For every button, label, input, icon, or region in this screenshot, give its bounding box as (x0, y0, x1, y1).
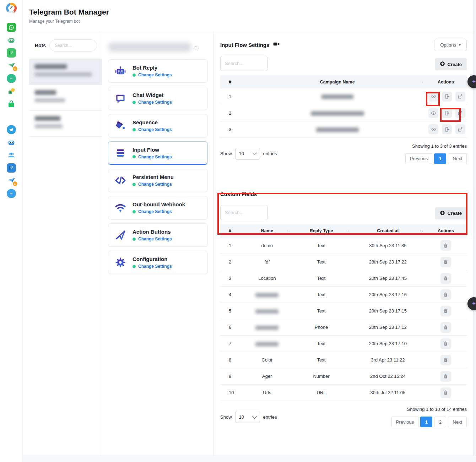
delete-button[interactable] (440, 306, 451, 316)
pagination: Previous 1 Next (405, 153, 467, 164)
sort-icon[interactable]: ↑↓ (346, 229, 349, 233)
view-button[interactable] (428, 108, 438, 118)
sort-icon[interactable]: ↑↓ (420, 80, 423, 83)
column-header-campaign[interactable]: Campaign Name↑↓ (250, 75, 425, 88)
menu-card-label: Configuration (132, 256, 172, 262)
menu-card-persistent-menu[interactable]: Persistent Menu Change Settings (108, 169, 208, 192)
redacted-field-name (255, 342, 278, 346)
column-header-reply-type[interactable]: Reply Type↑↓ (292, 224, 351, 238)
bot-list-item-selected[interactable] (29, 59, 102, 85)
edit-button[interactable] (455, 92, 465, 102)
change-settings-link[interactable]: Change Settings (138, 154, 172, 159)
export-button[interactable] (442, 92, 452, 102)
field-row: 4 Text 20th Sep 23 17:16 (220, 287, 467, 303)
bars-icon (113, 147, 128, 159)
menu-card-input-flow-selected[interactable]: Input Flow Change Settings (108, 141, 208, 165)
menu-card-bot-reply[interactable]: Bot Reply Change Settings (108, 59, 208, 83)
redacted-field-name (255, 309, 278, 314)
delete-button[interactable] (440, 338, 451, 349)
fields-create-button[interactable]: Create (435, 207, 467, 219)
page-subtitle: Manage your Telegram bot (29, 19, 109, 24)
field-name: Color (242, 352, 292, 368)
change-settings-link[interactable]: Change Settings (138, 127, 172, 132)
chat-blue-icon[interactable] (7, 189, 16, 198)
sort-icon[interactable]: ↑↓ (287, 229, 290, 233)
team-blue-icon[interactable] (7, 151, 16, 160)
menu-card-sequence[interactable]: Sequence Change Settings (108, 114, 208, 137)
chat-green-icon[interactable] (7, 74, 16, 83)
field-name: Location (242, 270, 292, 287)
column-header-num: # (220, 224, 242, 238)
contacts-green-icon[interactable] (7, 48, 16, 58)
video-camera-icon[interactable] (273, 40, 280, 49)
row-number: 5 (220, 303, 242, 319)
edit-button[interactable] (455, 124, 465, 134)
view-button[interactable] (428, 92, 438, 102)
menu-card-chat-widget[interactable]: Chat Widget Change Settings (108, 87, 208, 110)
bots-panel: Bots (29, 32, 102, 456)
edit-button[interactable] (455, 108, 465, 118)
next-page-button[interactable]: Next (448, 153, 467, 164)
delete-button[interactable] (440, 289, 451, 300)
page-1-button[interactable]: 1 (420, 417, 432, 427)
code-icon (113, 174, 128, 186)
delete-button[interactable] (440, 240, 451, 251)
previous-page-button[interactable]: Previous (391, 417, 419, 427)
scrollbar-track[interactable] (473, 0, 476, 462)
next-page-button[interactable]: Next (448, 417, 467, 427)
options-button[interactable]: Options▾ (434, 39, 467, 51)
page-size-select[interactable]: 10 (235, 411, 260, 423)
campaign-blue-icon[interactable]: 1 (7, 176, 16, 185)
field-reply-type: Text (292, 238, 351, 254)
integrations-green-icon[interactable] (7, 87, 16, 96)
change-settings-link[interactable]: Change Settings (138, 264, 172, 269)
redacted-bot-name (35, 90, 56, 95)
delete-button[interactable] (440, 371, 451, 382)
bots-search-input[interactable] (49, 39, 97, 51)
campaign-green-icon[interactable]: 1 (7, 61, 16, 70)
menu-card-label: Persistent Menu (132, 174, 174, 180)
change-settings-link[interactable]: Change Settings (138, 72, 172, 77)
export-button[interactable] (442, 108, 452, 118)
fields-search-input[interactable] (220, 205, 268, 220)
change-settings-link[interactable]: Change Settings (138, 100, 172, 105)
bot-list-item[interactable] (29, 85, 102, 111)
field-row: 6 Phone 20th Sep 23 17:12 (220, 319, 467, 336)
row-number: 4 (220, 287, 242, 303)
show-label: Show (220, 151, 232, 156)
bot-list-item[interactable] (29, 111, 102, 137)
page-size-select[interactable]: 10 (235, 148, 260, 160)
column-header-name[interactable]: Name↑↓ (242, 224, 292, 238)
field-created-at: 30th Jul 22 11:05 (351, 385, 425, 401)
delete-button[interactable] (440, 257, 451, 267)
field-row: 5 Text 20th Sep 23 17:15 (220, 303, 467, 319)
flow-create-button[interactable]: Create (435, 58, 467, 70)
delete-button[interactable] (440, 355, 451, 365)
delete-button[interactable] (440, 273, 451, 284)
speedtest-logo-icon[interactable] (6, 3, 17, 13)
delete-button[interactable] (440, 387, 451, 398)
menu-card-configuration[interactable]: Configuration Change Settings (108, 251, 208, 274)
store-green-icon[interactable] (7, 99, 16, 109)
contacts-blue-icon[interactable] (7, 163, 16, 173)
change-settings-link[interactable]: Change Settings (138, 209, 172, 214)
view-button[interactable] (428, 124, 438, 134)
robot-icon (113, 65, 128, 77)
column-header-created-at[interactable]: Created at↑↓ (351, 224, 425, 238)
delete-button[interactable] (440, 322, 451, 333)
whatsapp-icon[interactable] (7, 23, 16, 32)
page-2-button[interactable]: 2 (434, 417, 446, 427)
flow-search-input[interactable] (220, 56, 268, 71)
page-1-button[interactable]: 1 (434, 153, 446, 164)
telegram-icon[interactable] (7, 125, 16, 134)
change-settings-link[interactable]: Change Settings (138, 182, 172, 187)
menu-card-outbound-webhook[interactable]: Out-bound Webhook Change Settings (108, 196, 208, 219)
change-settings-link[interactable]: Change Settings (138, 237, 172, 241)
sort-icon-active[interactable]: ↑↓ (420, 229, 423, 233)
bot-blue-icon[interactable] (7, 138, 16, 147)
status-dot (132, 265, 136, 268)
export-button[interactable] (442, 124, 452, 134)
menu-card-action-buttons[interactable]: Action Buttons Change Settings (108, 223, 208, 247)
previous-page-button[interactable]: Previous (405, 153, 433, 164)
bot-green-icon[interactable] (7, 36, 16, 45)
